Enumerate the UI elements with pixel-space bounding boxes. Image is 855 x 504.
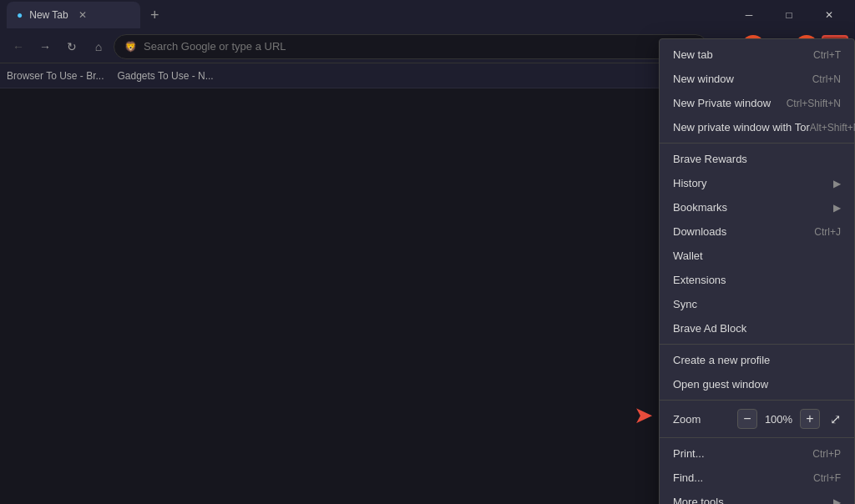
- menu-item-new-window[interactable]: New window Ctrl+N: [660, 67, 854, 91]
- maximize-button[interactable]: □: [770, 0, 808, 30]
- menu-item-bookmarks[interactable]: Bookmarks ▶: [660, 195, 854, 219]
- fullscreen-button[interactable]: ⤢: [830, 411, 841, 427]
- menu-item-new-private-tor[interactable]: New private window with Tor Alt+Shift+N: [660, 115, 854, 139]
- bookmark-item-1[interactable]: Browser To Use - Br...: [7, 70, 104, 82]
- menu-item-new-tab[interactable]: New tab Ctrl+T: [660, 43, 854, 67]
- shield-icon: 🦁: [124, 41, 137, 53]
- menu-item-downloads[interactable]: Downloads Ctrl+J: [660, 219, 854, 244]
- search-input[interactable]: [144, 40, 697, 53]
- divider-4: [660, 437, 854, 438]
- main-content: [0, 88, 660, 504]
- menu-item-more-tools[interactable]: More tools ▶: [660, 490, 854, 504]
- zoom-control-row: Zoom − 100% + ⤢: [660, 404, 854, 434]
- menu-item-wallet[interactable]: Wallet: [660, 244, 854, 268]
- zoom-controls: − 100% +: [737, 409, 820, 429]
- title-bar: ● New Tab ✕ + ─ □ ✕: [0, 0, 855, 30]
- divider-3: [660, 400, 854, 401]
- zoom-label: Zoom: [673, 413, 731, 426]
- tab-close-button[interactable]: ✕: [78, 9, 87, 21]
- bookmark-item-2[interactable]: Gadgets To Use - N...: [117, 70, 213, 82]
- new-tab-button[interactable]: +: [150, 7, 159, 24]
- tab-title: New Tab: [29, 9, 68, 21]
- minimize-button[interactable]: ─: [730, 0, 768, 30]
- zoom-minus-button[interactable]: −: [737, 409, 757, 429]
- menu-item-brave-ad-block[interactable]: Brave Ad Block: [660, 316, 854, 340]
- forward-button[interactable]: →: [33, 35, 57, 58]
- menu-item-extensions[interactable]: Extensions: [660, 268, 854, 292]
- window-controls: ─ □ ✕: [730, 0, 848, 30]
- divider-2: [660, 344, 854, 345]
- dropdown-menu: New tab Ctrl+T New window Ctrl+N New Pri…: [659, 38, 855, 504]
- divider-1: [660, 143, 854, 144]
- menu-item-history[interactable]: History ▶: [660, 171, 854, 195]
- menu-item-print[interactable]: Print... Ctrl+P: [660, 441, 854, 466]
- active-tab[interactable]: ● New Tab ✕: [7, 2, 140, 28]
- back-button[interactable]: ←: [7, 35, 30, 58]
- menu-item-find[interactable]: Find... Ctrl+F: [660, 466, 854, 490]
- address-bar[interactable]: 🦁: [114, 34, 708, 59]
- reload-button[interactable]: ↻: [60, 35, 83, 58]
- menu-item-new-private[interactable]: New Private window Ctrl+Shift+N: [660, 91, 854, 115]
- zoom-plus-button[interactable]: +: [800, 409, 820, 429]
- menu-item-brave-rewards[interactable]: Brave Rewards: [660, 147, 854, 171]
- home-button[interactable]: ⌂: [87, 35, 110, 58]
- menu-item-sync[interactable]: Sync: [660, 292, 854, 316]
- menu-item-create-profile[interactable]: Create a new profile: [660, 348, 854, 372]
- menu-item-guest-window[interactable]: Open guest window: [660, 372, 854, 396]
- close-button[interactable]: ✕: [810, 0, 848, 30]
- zoom-value: 100%: [764, 413, 793, 426]
- highlight-arrow: ➤: [634, 401, 653, 429]
